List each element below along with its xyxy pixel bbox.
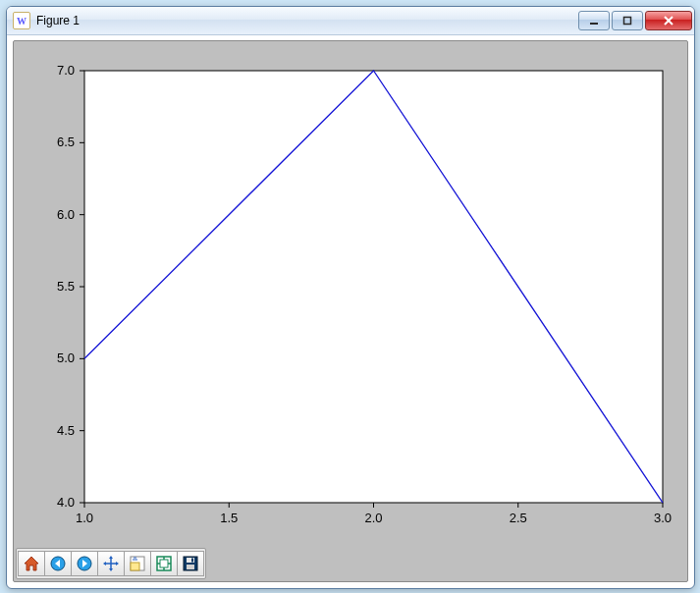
minimize-button[interactable] (578, 11, 610, 30)
home-button[interactable] (18, 551, 45, 576)
axes-frame (84, 71, 663, 503)
navigation-toolbar (16, 548, 206, 579)
save-button[interactable] (178, 551, 204, 576)
plot-area: 1.01.52.02.53.04.04.55.05.56.06.57.0 (14, 41, 687, 548)
zoom-rect-icon (129, 555, 146, 572)
y-tick-label: 6.5 (57, 135, 75, 149)
x-tick-label: 1.0 (76, 511, 93, 525)
x-tick-label: 2.5 (510, 511, 527, 525)
subplots-icon (155, 555, 173, 572)
y-tick-label: 5.0 (57, 350, 75, 365)
figure-window: W Figure 1 1.01.52.02.53.04.04.55.05.56.… (6, 6, 695, 589)
svg-rect-13 (187, 565, 194, 569)
back-button[interactable] (45, 551, 72, 576)
close-button[interactable] (645, 11, 692, 30)
window-title: Figure 1 (36, 14, 576, 27)
titlebar: W Figure 1 (7, 7, 694, 35)
app-icon: W (13, 12, 30, 29)
home-icon (23, 555, 40, 572)
y-tick-label: 7.0 (57, 63, 75, 78)
y-tick-label: 4.0 (57, 495, 75, 510)
x-tick-label: 3.0 (654, 511, 672, 525)
arrow-left-icon (49, 555, 67, 572)
x-tick-label: 2.0 (364, 511, 382, 525)
svg-rect-12 (191, 559, 193, 563)
forward-button[interactable] (72, 551, 98, 576)
y-tick-label: 4.5 (57, 423, 75, 438)
zoom-button[interactable] (125, 551, 151, 576)
maximize-icon (622, 16, 632, 26)
save-icon (182, 555, 199, 572)
close-icon (663, 16, 674, 26)
y-tick-label: 6.0 (57, 207, 75, 222)
y-tick-label: 5.5 (57, 279, 75, 294)
svg-rect-1 (624, 18, 631, 25)
pan-button[interactable] (98, 551, 125, 576)
chart-canvas: 1.01.52.02.53.04.04.55.05.56.06.57.0 (14, 41, 687, 548)
svg-rect-7 (131, 563, 139, 570)
move-icon (102, 555, 120, 572)
figure-client-area: 1.01.52.02.53.04.04.55.05.56.06.57.0 (13, 40, 688, 582)
arrow-right-icon (76, 555, 93, 572)
x-tick-label: 1.5 (220, 511, 238, 525)
subplots-button[interactable] (151, 551, 178, 576)
maximize-button[interactable] (612, 11, 643, 30)
minimize-icon (589, 16, 599, 26)
window-controls (576, 11, 692, 30)
